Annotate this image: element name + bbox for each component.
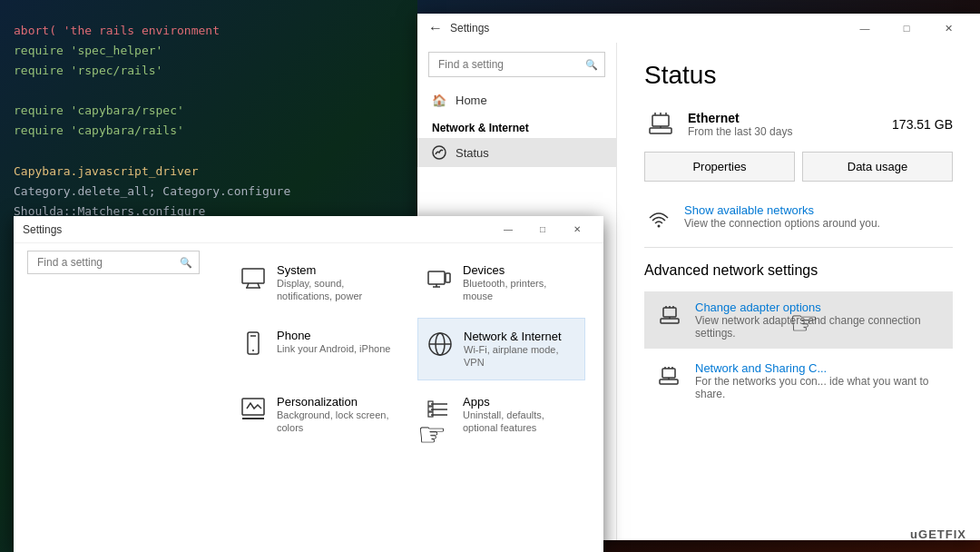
devices-info: Devices Bluetooth, printers, mouse (463, 263, 578, 303)
back-main-content: Status Ethernet From the last 30 days 17… (617, 43, 980, 540)
back-search-input[interactable] (428, 52, 605, 77)
personalization-icon (239, 395, 268, 424)
grid-item-network[interactable]: Network & Internet Wi-Fi, airplane mode,… (417, 318, 585, 381)
adapter-info: Change adapter options View network adap… (695, 301, 942, 340)
close-button-front[interactable]: ✕ (560, 217, 594, 242)
search-icon: 🔍 (585, 59, 598, 71)
code-line: abort( 'the rails environment (14, 21, 404, 41)
personalization-sub: Background, lock screen, colors (277, 409, 392, 435)
phone-title: Phone (277, 329, 390, 342)
maximize-button-back[interactable]: □ (886, 14, 927, 43)
system-icon (239, 263, 268, 292)
home-icon: 🏠 (432, 94, 446, 107)
apps-info: Apps Uninstall, defaults, optional featu… (463, 395, 578, 435)
network-sub: Wi-Fi, airplane mode, VPN (464, 343, 577, 370)
adapter-sub: View network adapters and change connect… (695, 314, 942, 340)
window-title-back: Settings (450, 22, 489, 34)
svg-rect-9 (663, 308, 676, 317)
svg-rect-20 (242, 269, 264, 283)
front-content: 🔍 System Display, sound, notifications, … (14, 243, 603, 552)
settings-grid: System Display, sound, notifications, po… (231, 252, 585, 446)
ethernet-icon (644, 108, 677, 141)
back-search-container: 🔍 (428, 52, 605, 77)
window-controls-front: — □ ✕ (491, 217, 594, 242)
titlebar-front: Settings — □ ✕ (14, 216, 603, 243)
ethernet-row: Ethernet From the last 30 days 173.51 GB (644, 108, 953, 141)
show-networks-sub: View the connection options around you. (684, 217, 880, 230)
search-icon-front: 🔍 (180, 257, 192, 269)
sharing-center-item[interactable]: Network and Sharing C... For the network… (644, 352, 953, 409)
data-usage-button[interactable]: Data usage (802, 152, 953, 182)
home-label: Home (456, 94, 487, 107)
ethernet-size: 173.51 GB (892, 117, 953, 132)
grid-item-personalization[interactable]: Personalization Background, lock screen,… (231, 384, 399, 446)
devices-icon (425, 263, 454, 292)
ethernet-sub: From the last 30 days (688, 125, 881, 138)
phone-icon (239, 329, 268, 358)
status-label: Status (456, 146, 489, 160)
properties-button[interactable]: Properties (644, 152, 795, 182)
grid-item-system[interactable]: System Display, sound, notifications, po… (231, 252, 399, 314)
wifi-icon (644, 203, 673, 232)
sidebar-item-status[interactable]: Status (417, 138, 616, 167)
code-line (14, 142, 404, 162)
grid-item-devices[interactable]: Devices Bluetooth, printers, mouse (417, 252, 585, 314)
sharing-icon (655, 361, 684, 390)
system-info: System Display, sound, notifications, po… (277, 263, 392, 303)
show-networks-row: Show available networks View the connect… (644, 203, 953, 232)
personalization-info: Personalization Background, lock screen,… (277, 395, 392, 435)
svg-rect-2 (652, 115, 669, 126)
nav-section-label: Network & Internet (417, 114, 616, 138)
phone-sub: Link your Android, iPhone (277, 342, 390, 355)
code-line: require 'capybara/rspec' (14, 101, 404, 121)
svg-rect-25 (446, 273, 450, 282)
sharing-sub: For the networks you con... ide what you… (695, 375, 942, 400)
svg-rect-1 (650, 128, 671, 133)
network-icon (426, 330, 455, 359)
minimize-button-front[interactable]: — (491, 217, 525, 242)
back-arrow-button[interactable]: ← (428, 20, 443, 36)
system-title: System (277, 263, 392, 277)
adapter-title[interactable]: Change adapter options (695, 301, 942, 314)
minimize-button-back[interactable]: — (844, 14, 886, 43)
grid-item-apps[interactable]: Apps Uninstall, defaults, optional featu… (417, 384, 585, 446)
ethernet-name: Ethernet (688, 111, 881, 125)
maximize-button-front[interactable]: □ (525, 217, 560, 242)
code-line: require 'spec_helper' (14, 41, 404, 61)
grid-item-phone[interactable]: Phone Link your Android, iPhone (231, 318, 399, 381)
svg-rect-14 (660, 380, 678, 384)
close-button-back[interactable]: ✕ (927, 14, 969, 43)
apps-icon (425, 395, 454, 424)
change-adapter-item[interactable]: Change adapter options View network adap… (644, 291, 953, 349)
devices-title: Devices (463, 263, 578, 277)
code-line: Capybara.javascript_driver (14, 162, 404, 182)
front-search-container: 🔍 (27, 251, 200, 274)
svg-rect-8 (661, 319, 679, 323)
apps-title: Apps (463, 395, 578, 409)
watermark: uGETFIX (910, 527, 966, 541)
show-networks-title[interactable]: Show available networks (684, 203, 880, 217)
svg-point-29 (252, 350, 254, 351)
status-heading: Status (644, 61, 953, 90)
sidebar-item-home[interactable]: 🏠 Home (417, 86, 616, 114)
show-networks-info: Show available networks View the connect… (684, 203, 880, 230)
svg-rect-24 (428, 271, 445, 284)
apps-sub: Uninstall, defaults, optional features (463, 409, 578, 435)
sharing-info: Network and Sharing C... For the network… (695, 361, 942, 400)
personalization-title: Personalization (277, 395, 392, 409)
code-line: Category.delete_all; Category.configure (14, 182, 404, 202)
front-search-input[interactable] (27, 251, 200, 274)
sharing-title[interactable]: Network and Sharing C... (695, 361, 942, 375)
phone-info: Phone Link your Android, iPhone (277, 329, 390, 355)
front-main-content: System Display, sound, notifications, po… (213, 243, 603, 552)
svg-point-7 (658, 225, 661, 228)
advanced-section-title: Advanced network settings (644, 262, 953, 279)
network-title: Network & Internet (464, 330, 577, 343)
titlebar-back: ← Settings — □ ✕ (417, 14, 980, 43)
system-sub: Display, sound, notifications, power (277, 277, 392, 303)
window-title-front: Settings (23, 223, 62, 236)
adapter-icon (655, 301, 684, 330)
front-sidebar: 🔍 (14, 243, 213, 552)
devices-sub: Bluetooth, printers, mouse (463, 277, 578, 303)
code-line: require 'capybara/rails' (14, 121, 404, 141)
